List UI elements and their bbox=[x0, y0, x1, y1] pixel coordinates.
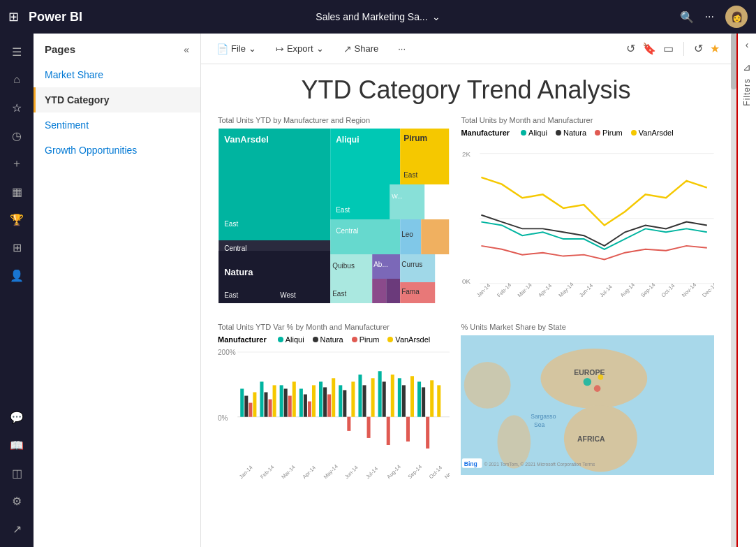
svg-rect-55 bbox=[240, 388, 244, 416]
header-actions: 🔍 ··· 👩 bbox=[680, 6, 748, 28]
svg-point-110 bbox=[464, 362, 511, 409]
sidebar-nav-settings[interactable]: ⚙ bbox=[4, 488, 29, 513]
toolbar: 📄 File ⌄ ↦ Export ⌄ ↗ Share ··· ↺ 🔖 ▭ bbox=[201, 34, 731, 64]
bookmark-icon[interactable]: 🔖 bbox=[642, 42, 656, 55]
scroll-thumb[interactable] bbox=[731, 34, 736, 89]
svg-rect-92 bbox=[422, 387, 425, 416]
more-toolbar-button[interactable]: ··· bbox=[394, 41, 410, 57]
svg-text:Aliqui: Aliqui bbox=[336, 135, 359, 145]
svg-text:Mar-14: Mar-14 bbox=[517, 282, 533, 297]
sidebar-nav-create[interactable]: ＋ bbox=[4, 151, 29, 176]
sidebar-nav-apps[interactable]: ▦ bbox=[4, 179, 29, 204]
page-item-ytd-category[interactable]: YTD Category bbox=[34, 87, 200, 112]
svg-rect-62 bbox=[273, 385, 276, 416]
treemap-chart: VanArsdel East Central Natura East West bbox=[218, 129, 450, 303]
sidebar-nav-recent[interactable]: ◷ bbox=[4, 123, 29, 148]
page-item-sentiment[interactable]: Sentiment bbox=[34, 112, 200, 138]
sidebar-nav-browse[interactable]: 📖 bbox=[4, 432, 29, 458]
svg-point-120 bbox=[598, 374, 604, 380]
svg-text:Jan-14: Jan-14 bbox=[238, 465, 254, 481]
sidebar-nav-home[interactable]: ⌂ bbox=[4, 67, 29, 92]
svg-text:Apr-14: Apr-14 bbox=[538, 282, 554, 297]
scrollbar[interactable] bbox=[731, 34, 736, 547]
avatar[interactable]: 👩 bbox=[725, 6, 748, 28]
treemap-label: Total Units YTD by Manufacturer and Regi… bbox=[218, 116, 450, 124]
svg-text:2K: 2K bbox=[462, 150, 470, 158]
line-chart-container: Total Units by Month and Manufacturer Ma… bbox=[461, 116, 714, 314]
sidebar-nav-menu[interactable]: ☰ bbox=[4, 39, 29, 64]
svg-rect-56 bbox=[244, 396, 248, 417]
legend-natura: Natura bbox=[556, 129, 586, 137]
top-header: ⊞ Power BI Sales and Marketing Sa... ⌄ 🔍… bbox=[0, 0, 756, 34]
svg-rect-94 bbox=[430, 380, 433, 416]
sidebar-nav-metrics[interactable]: ⊞ bbox=[4, 235, 29, 260]
line-chart-legend: Manufacturer Aliqui Natura Pirum bbox=[461, 129, 714, 137]
svg-point-108 bbox=[541, 349, 648, 409]
share-button[interactable]: ↗ Share bbox=[339, 41, 383, 57]
svg-text:East: East bbox=[224, 220, 238, 228]
page-item-growth-opportunities[interactable]: Growth Opportunities bbox=[34, 138, 200, 163]
file-button[interactable]: 📄 File ⌄ bbox=[212, 41, 260, 57]
svg-rect-68 bbox=[304, 394, 307, 416]
filters-label[interactable]: Filters bbox=[742, 78, 752, 106]
search-icon[interactable]: 🔍 bbox=[680, 10, 694, 24]
export-button[interactable]: ↦ Export ⌄ bbox=[272, 41, 328, 57]
svg-point-111 bbox=[498, 415, 531, 468]
svg-rect-90 bbox=[410, 376, 414, 416]
map-chart: EUROPE AFRICA Sargasso Sea Bing © 2021 T… bbox=[461, 335, 714, 475]
sidebar-nav-favorites[interactable]: ☆ bbox=[4, 95, 29, 120]
svg-rect-22 bbox=[386, 279, 400, 303]
svg-text:0%: 0% bbox=[218, 414, 228, 422]
refresh-icon[interactable]: ↺ bbox=[694, 42, 703, 55]
charts-row-2: Total Units YTD Var % by Month and Manuf… bbox=[218, 323, 714, 486]
sidebar-nav-learn[interactable]: 🏆 bbox=[4, 207, 29, 232]
main-layout: ☰ ⌂ ☆ ◷ ＋ ▦ 🏆 ⊞ 👤 💬 📖 ◫ ⚙ ↗ Pages « Mark… bbox=[0, 34, 756, 547]
svg-rect-77 bbox=[347, 417, 350, 431]
more-options-icon[interactable]: ··· bbox=[705, 10, 714, 23]
undo-icon[interactable]: ↺ bbox=[626, 42, 635, 55]
svg-text:Aug-14: Aug-14 bbox=[385, 464, 402, 481]
toolbar-right: ↺ 🔖 ▭ ↺ ★ bbox=[626, 42, 720, 56]
view-icon[interactable]: ▭ bbox=[663, 42, 674, 55]
svg-text:May-14: May-14 bbox=[323, 463, 339, 480]
toolbar-divider bbox=[683, 42, 684, 56]
doc-title-chevron[interactable]: ⌄ bbox=[432, 11, 440, 22]
map-label: % Units Market Share by State bbox=[461, 323, 714, 331]
svg-text:0K: 0K bbox=[462, 277, 470, 285]
grid-icon: ⊞ bbox=[8, 9, 19, 24]
file-icon: 📄 bbox=[216, 43, 228, 54]
svg-rect-72 bbox=[323, 387, 327, 416]
export-chevron-icon: ⌄ bbox=[316, 43, 324, 54]
svg-rect-14 bbox=[390, 184, 424, 219]
svg-text:Mar-14: Mar-14 bbox=[280, 464, 296, 480]
svg-rect-57 bbox=[249, 403, 252, 417]
svg-text:Sargasso: Sargasso bbox=[531, 413, 556, 420]
sidebar-nav-collapse[interactable]: ↗ bbox=[4, 516, 29, 541]
svg-text:Natura: Natura bbox=[224, 267, 253, 277]
svg-rect-81 bbox=[367, 417, 371, 438]
svg-text:East: East bbox=[332, 290, 346, 298]
svg-text:Sep-14: Sep-14 bbox=[407, 464, 424, 481]
svg-text:Pirum: Pirum bbox=[403, 133, 427, 143]
icon-sidebar: ☰ ⌂ ☆ ◷ ＋ ▦ 🏆 ⊞ 👤 💬 📖 ◫ ⚙ ↗ bbox=[0, 34, 34, 547]
favorite-icon[interactable]: ★ bbox=[710, 42, 720, 55]
sidebar-nav-data[interactable]: ◫ bbox=[4, 460, 29, 486]
svg-rect-91 bbox=[417, 381, 421, 416]
svg-rect-89 bbox=[406, 417, 410, 442]
filters-collapse-icon[interactable]: ‹ bbox=[746, 39, 749, 50]
page-item-market-share[interactable]: Market Share bbox=[34, 62, 200, 87]
bar-legend-pirum: Pirum bbox=[352, 335, 380, 344]
doc-title: Sales and Marketing Sa... ⌄ bbox=[316, 11, 440, 22]
svg-rect-95 bbox=[437, 385, 440, 416]
svg-rect-76 bbox=[343, 390, 346, 416]
collapse-pages-button[interactable]: « bbox=[184, 44, 189, 55]
svg-rect-93 bbox=[426, 417, 429, 448]
svg-rect-69 bbox=[308, 402, 311, 417]
sidebar-nav-people[interactable]: 👤 bbox=[4, 263, 29, 288]
svg-rect-60 bbox=[264, 392, 267, 416]
sidebar-nav-chat[interactable]: 💬 bbox=[4, 404, 29, 430]
svg-text:Apr-14: Apr-14 bbox=[302, 465, 317, 480]
filters-funnel-icon[interactable]: ⊿ bbox=[743, 61, 751, 73]
bar-chart-label: Total Units YTD Var % by Month and Manuf… bbox=[218, 323, 450, 331]
pages-panel: Pages « Market Share YTD Category Sentim… bbox=[34, 34, 201, 547]
